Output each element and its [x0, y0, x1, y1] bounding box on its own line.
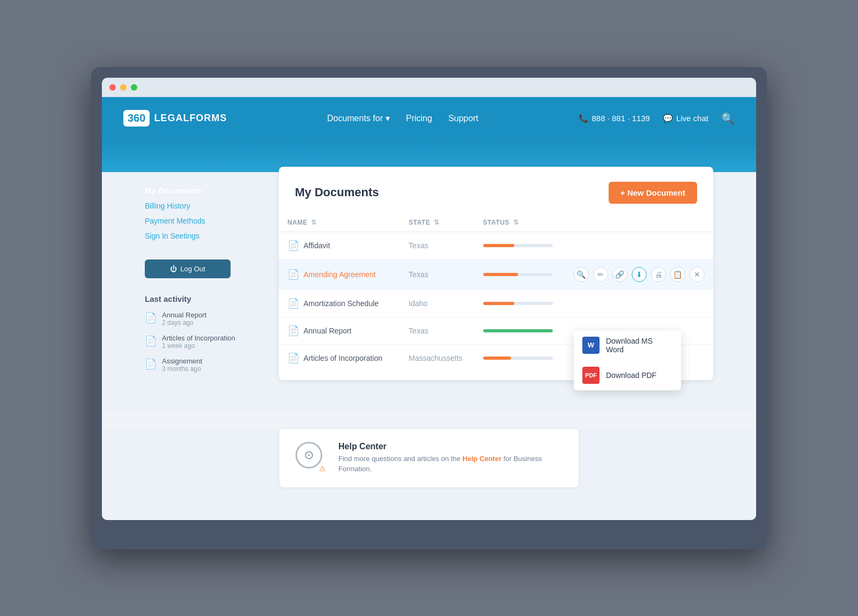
progress-bar — [483, 302, 553, 305]
sidebar-item-sign-in-settings[interactable]: Sign In Seetings — [145, 228, 263, 243]
sort-icon: ⇅ — [311, 219, 317, 226]
nav-documents-for[interactable]: Documents for ▾ — [327, 113, 390, 123]
document-icon: 📄 — [287, 352, 299, 364]
progress-bar-wrap — [483, 357, 553, 360]
nav-right: 📞 888 · 881 · 1139 💬 Live chat 🔍 — [579, 112, 735, 125]
warning-icon: ⚠ — [317, 463, 328, 474]
sidebar: My Documents Billing History Payment Met… — [145, 172, 263, 380]
docs-title: My Documents — [295, 185, 379, 199]
doc-name[interactable]: Articles of Incorporation — [304, 354, 382, 362]
doc-name-cell: 📄 Amending Agreement — [287, 269, 391, 280]
progress-fill — [483, 357, 511, 360]
document-icon: 📄 — [145, 335, 157, 347]
doc-state: Idaho — [409, 299, 427, 308]
table-row: 📄 Amending Agreement Texas — [279, 259, 713, 290]
table-row: 📄 Amortization Schedule Idaho — [279, 290, 713, 317]
copy-action-icon[interactable]: 📋 — [670, 267, 685, 282]
activity-time: 3 months ago — [162, 365, 202, 373]
download-word-item[interactable]: W Download MS Word — [574, 330, 681, 360]
document-icon: 📄 — [287, 298, 299, 309]
new-document-button[interactable]: + New Document — [609, 182, 697, 204]
download-dropdown: W Download MS Word PDF Download PDF — [574, 330, 681, 390]
col-state: STATE ⇅ — [400, 213, 475, 232]
nav-phone: 📞 888 · 881 · 1139 — [579, 114, 650, 123]
doc-state: Texas — [409, 241, 428, 250]
print-action-icon[interactable]: 🖨 — [651, 267, 666, 282]
list-item: 📄 Assignement 3 months ago — [145, 357, 263, 373]
nav-links: Documents for ▾ Pricing Support — [327, 113, 478, 123]
list-item: 📄 Annual Report 2 days ago — [145, 311, 263, 326]
doc-name-cell: 📄 Annual Report — [287, 325, 391, 337]
phone-icon: 📞 — [579, 114, 589, 123]
doc-name-cell: 📄 Amortization Schedule — [287, 298, 391, 309]
doc-name[interactable]: Affidavit — [304, 241, 330, 250]
activity-time: 1 week ago — [162, 342, 235, 350]
document-icon: 📄 — [287, 240, 299, 251]
activity-time: 2 days ago — [162, 319, 206, 326]
progress-bar-wrap — [483, 244, 553, 247]
activity-name: Assignement — [162, 357, 202, 365]
word-icon: W — [582, 337, 600, 354]
logo: 360 LEGALFORMS — [123, 110, 227, 127]
help-icon-container: ⊙ ⚠ — [295, 442, 328, 474]
progress-bar — [483, 244, 553, 247]
doc-name[interactable]: Amortization Schedule — [304, 299, 379, 308]
doc-name[interactable]: Annual Report — [304, 326, 352, 335]
sidebar-nav: My Documents Billing History Payment Met… — [145, 183, 263, 243]
help-center-title: Help Center — [338, 442, 563, 451]
document-icon-red: 📄 — [287, 269, 299, 280]
progress-bar-wrap — [483, 329, 553, 332]
progress-fill — [483, 302, 515, 305]
sidebar-item-billing-history[interactable]: Billing History — [145, 198, 263, 213]
logout-button[interactable]: ⏻ Log Out — [145, 259, 231, 278]
progress-bar — [483, 357, 553, 360]
doc-state: Texas — [409, 326, 428, 335]
help-center-link[interactable]: Help Center — [462, 455, 501, 463]
minimize-dot[interactable] — [120, 84, 127, 91]
close-action-icon[interactable]: ✕ — [690, 267, 705, 282]
documents-panel: My Documents + New Document NAME ⇅ STATE — [279, 167, 713, 380]
sort-icon: ⇅ — [434, 219, 440, 226]
main-content: My Documents Billing History Payment Met… — [102, 172, 756, 412]
help-center: ⊙ ⚠ Help Center Find more questions and … — [279, 428, 579, 488]
help-center-description: Find more questions and articles on the … — [338, 454, 563, 474]
nav-pricing[interactable]: Pricing — [406, 114, 432, 123]
power-icon: ⏻ — [170, 265, 177, 273]
download-action-icon[interactable]: ⬇ — [632, 267, 647, 282]
doc-name-cell: 📄 Affidavit — [287, 240, 391, 251]
col-status: STATUS ⇅ — [475, 213, 565, 232]
help-center-text: Help Center Find more questions and arti… — [338, 442, 563, 474]
pdf-icon: PDF — [582, 367, 600, 384]
progress-bar-wrap — [483, 273, 553, 276]
nav-support[interactable]: Support — [448, 114, 478, 123]
activity-name: Articles of Incorporation — [162, 334, 235, 342]
doc-state: Massachussetts — [409, 354, 462, 362]
sidebar-item-payment-methods[interactable]: Payment Methods — [145, 213, 263, 228]
search-icon[interactable]: 🔍 — [721, 112, 735, 125]
search-action-icon[interactable]: 🔍 — [574, 267, 589, 282]
document-icon: 📄 — [145, 358, 157, 370]
logo-number: 360 — [123, 110, 150, 127]
action-icons: 🔍 ✏ 🔗 ⬇ 🖨 📋 ✕ — [574, 267, 705, 282]
list-item: 📄 Articles of Incorporation 1 week ago — [145, 334, 263, 350]
last-activity-title: Last activity — [145, 294, 263, 303]
link-action-icon[interactable]: 🔗 — [612, 267, 627, 282]
progress-bar — [483, 273, 553, 276]
progress-fill — [483, 273, 518, 276]
maximize-dot[interactable] — [131, 84, 137, 91]
chevron-down-icon: ▾ — [386, 113, 390, 123]
nav-livechat[interactable]: 💬 Live chat — [663, 114, 708, 123]
document-icon: 📄 — [145, 312, 157, 324]
sidebar-item-my-documents[interactable]: My Documents — [145, 183, 263, 198]
progress-fill — [483, 244, 515, 247]
table-row: 📄 Affidavit Texas — [279, 232, 713, 259]
close-dot[interactable] — [109, 84, 116, 91]
last-activity-section: Last activity 📄 Annual Report 2 days ago… — [145, 294, 263, 373]
download-pdf-item[interactable]: PDF Download PDF — [574, 360, 681, 390]
chat-icon: 💬 — [663, 114, 673, 123]
logo-text: LEGALFORMS — [154, 113, 227, 124]
doc-name-link[interactable]: Amending Agreement — [304, 270, 376, 279]
edit-action-icon[interactable]: ✏ — [593, 267, 608, 282]
col-actions — [565, 213, 713, 232]
document-icon: 📄 — [287, 325, 299, 337]
